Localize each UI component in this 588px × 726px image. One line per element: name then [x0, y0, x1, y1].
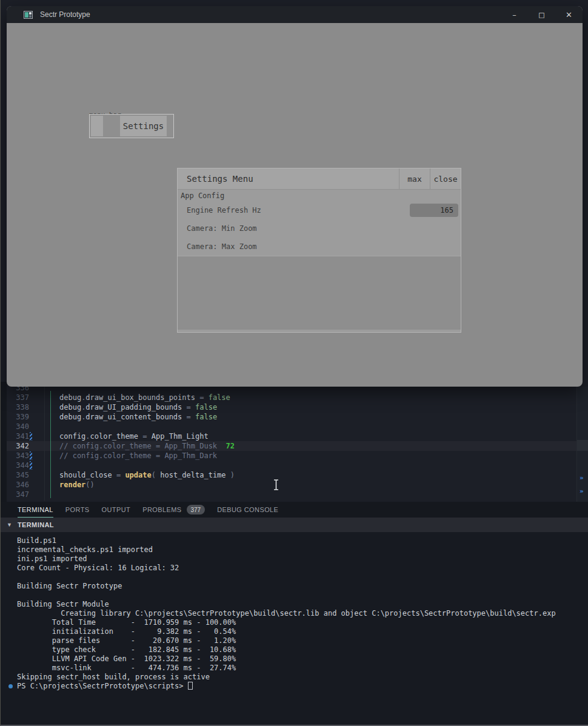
sectr-prototype-window: Sectr Prototype – ◻ ✕ menu_bar Settings … — [7, 6, 583, 387]
minimap-scrollbar[interactable]: » » — [577, 387, 588, 502]
terminal-text: Build.ps1 incremental_checks.ps1 importe… — [1, 532, 588, 691]
git-modified-marker — [30, 461, 32, 470]
code-line: 346render() — [1, 480, 588, 490]
tab-ports[interactable]: PORTS — [65, 502, 90, 518]
code-line: 347 — [1, 490, 588, 499]
code-editor[interactable]: 336337debug.draw_ui_box_bounds_points = … — [1, 382, 588, 502]
git-modified-marker — [30, 451, 32, 460]
line-number: 346 — [8, 480, 29, 490]
settings-close-button[interactable]: close — [430, 168, 461, 189]
problems-badge: 377 — [187, 505, 205, 515]
close-button[interactable]: ✕ — [555, 6, 583, 23]
minimap-viewport — [577, 440, 588, 451]
editor-margin — [1, 382, 7, 502]
text-cursor-pointer — [272, 479, 280, 491]
settings-menu-panel: Settings Menu max close App Config Engin… — [177, 168, 461, 333]
terminal-section-header[interactable]: ▼ TERMINAL — [1, 518, 588, 532]
line-number: 344 — [8, 461, 29, 470]
chevron-down-icon: ▼ — [7, 522, 12, 528]
code-lines: 336337debug.draw_ui_box_bounds_points = … — [1, 383, 588, 499]
terminal-prompt: PS C:\projects\SectrPrototype\scripts> — [17, 682, 188, 690]
settings-button[interactable]: Settings — [120, 116, 167, 136]
line-number: 347 — [8, 490, 29, 499]
code-line: 290 hmap_chained_reload( font_provider_d… — [1, 0, 588, 6]
settings-menu-title: Settings Menu — [178, 168, 399, 189]
settings-menu-body — [178, 256, 461, 330]
line-number: 341 — [8, 431, 29, 441]
code-line: 345should_close = update( host_delta_tim… — [1, 470, 588, 480]
tab-debug-console[interactable]: DEBUG CONSOLE — [217, 502, 278, 518]
code-line: 344 — [1, 461, 588, 470]
line-number: 345 — [8, 470, 29, 480]
tab-terminal[interactable]: TERMINAL — [18, 502, 53, 518]
minimap-mark: » — [580, 488, 584, 495]
app-config-section-header: App Config — [178, 190, 461, 201]
engine-refresh-row: Engine Refresh Hz 165 — [178, 201, 461, 219]
menu-bar-cell[interactable] — [91, 116, 103, 136]
window-titlebar[interactable]: Sectr Prototype – ◻ ✕ — [7, 6, 583, 23]
maximize-button[interactable]: ◻ — [528, 6, 555, 23]
code-line: 339debug.draw_ui_content_bounds = false — [1, 412, 588, 422]
settings-max-button[interactable]: max — [399, 168, 430, 189]
line-number: 337 — [8, 393, 29, 402]
code-line: 340 — [1, 422, 588, 431]
settings-menu-titlebar[interactable]: Settings Menu max close — [178, 168, 461, 190]
editor-top-sliver: 290 hmap_chained_reload( font_provider_d… — [1, 0, 588, 6]
command-decoration-dot — [8, 684, 13, 688]
git-modified-marker — [30, 432, 32, 441]
terminal-section-label: TERMINAL — [18, 521, 54, 528]
window-title: Sectr Prototype — [40, 10, 90, 19]
camera-max-zoom-row[interactable]: Camera: Max Zoom — [178, 238, 461, 256]
line-number: 343 — [8, 451, 29, 461]
window-controls: – ◻ ✕ — [501, 6, 583, 23]
engine-refresh-input[interactable]: 165 — [410, 204, 458, 217]
code-line: 343// config.color_theme = App_Thm_Dark — [1, 451, 588, 461]
tab-output[interactable]: OUTPUT — [102, 502, 131, 518]
code-line: 337debug.draw_ui_box_bounds_points = fal… — [1, 393, 588, 402]
indent-guide — [50, 391, 51, 498]
gutter-separator — [44, 387, 45, 501]
terminal-output[interactable]: Build.ps1 incremental_checks.ps1 importe… — [1, 532, 588, 725]
terminal-lines: Build.ps1 incremental_checks.ps1 importe… — [17, 536, 556, 681]
line-number: 340 — [8, 422, 29, 431]
terminal-cursor — [188, 682, 193, 690]
app-icon — [24, 11, 33, 19]
line-number: 338 — [8, 402, 29, 412]
line-number: 342 — [8, 441, 29, 451]
menu-bar: Settings — [89, 114, 174, 138]
code-line: 338debug.draw_UI_padding_bounds = false — [1, 402, 588, 412]
code-line: 341config.color_theme = App_Thm_Light — [1, 431, 588, 441]
camera-min-zoom-row[interactable]: Camera: Min Zoom — [178, 219, 461, 238]
minimap-mark: » — [580, 475, 584, 481]
panel-tab-bar: TERMINAL PORTS OUTPUT PROBLEMS 377 DEBUG… — [1, 502, 588, 518]
minimize-button[interactable]: – — [501, 6, 528, 23]
tab-problems[interactable]: PROBLEMS 377 — [142, 502, 205, 518]
screen: { "window": { "title": "Sectr Prototype"… — [0, 0, 588, 726]
code-line: 342// config.color_theme = App_Thm_Dusk … — [1, 441, 588, 451]
line-number: 339 — [8, 412, 29, 422]
